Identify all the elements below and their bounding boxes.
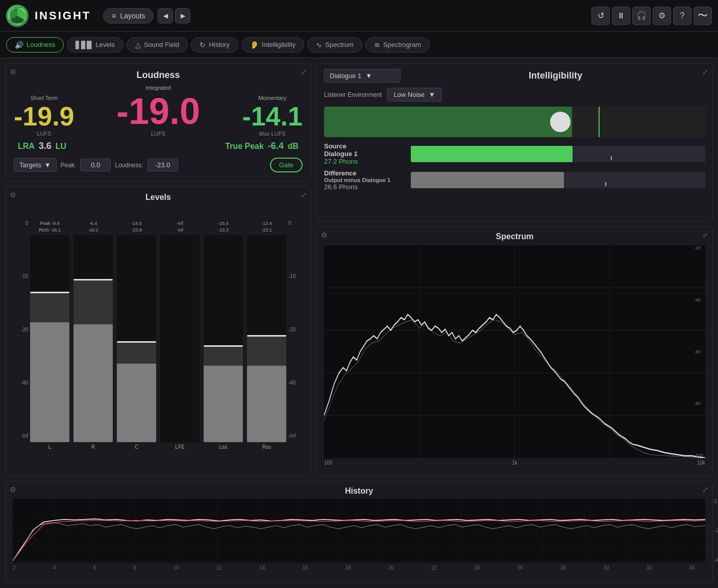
channel-L-label: L [48, 444, 52, 450]
integrated-item: Integrated -19.0 LUFS [116, 85, 200, 137]
pause-icon: ⏸ [617, 11, 625, 20]
targets-dropdown[interactable]: Targets ▼ [14, 158, 57, 172]
settings-button[interactable]: ⚙ [653, 7, 671, 25]
loudness-values: Short Term -19.9 LUFS Integrated -19.0 L… [14, 85, 303, 137]
peak-input[interactable] [80, 159, 111, 171]
history-tab-icon: ↻ [200, 41, 206, 49]
levels-panel: ⚙ ⤢ Levels 0 -10 -20 -40 -Inf [5, 186, 311, 476]
spectrum-chart-container: -20 -40 -60 -80 -100 [324, 245, 705, 458]
loudness-control-label: Loudness: [115, 162, 143, 169]
channel-Lss-info: -15.4 -23.3 [218, 220, 229, 233]
history-y-0: 0 [714, 499, 718, 504]
history-x-labels: 2 4 6 8 10 12 14 16 18 20 22 24 26 28 30… [13, 565, 705, 571]
levels-expand-icon[interactable]: ⤢ [301, 191, 307, 199]
soundfield-tab-icon: △ [135, 41, 141, 49]
tab-intelligibility[interactable]: 👂 Intelligibility [241, 37, 304, 53]
momentary-unit: Max LUFS [242, 131, 303, 137]
history-x-20: 20 [388, 565, 394, 571]
headphone-icon: 🎧 [636, 11, 647, 20]
spectrum-gear-icon[interactable]: ⚙ [321, 231, 328, 239]
levels-scale-right: 0 -10 -20 -40 -Inf [288, 206, 303, 450]
levels-container: 0 -10 -20 -40 -Inf Peak -8.6 RMS -16.1 [14, 206, 303, 450]
channel-C: -14.5 -23.9 C [117, 220, 156, 450]
channel-LFE: -Inf -Inf LFE [160, 220, 200, 450]
true-peak-unit: dB [288, 142, 299, 150]
integrated-value: -19.0 [116, 93, 200, 130]
pause-button[interactable]: ⏸ [612, 7, 630, 25]
listener-row: Listener Environment Low Noise ▼ [324, 88, 705, 101]
loudness-expand-icon[interactable]: ⤢ [301, 68, 307, 76]
layouts-button[interactable]: ≡ Layouts [103, 8, 154, 23]
history-x-2: 2 [13, 565, 16, 571]
tab-spectrum[interactable]: ∿ Spectrum [307, 37, 362, 53]
scale-20: -20 [14, 327, 28, 333]
levels-scale: 0 -10 -20 -40 -Inf [14, 206, 28, 450]
nav-tabs: 🔊 Loudness ▋▊▉ Levels △ Sound Field ↻ Hi… [0, 32, 718, 58]
history-y-40: -40 [714, 557, 718, 563]
tab-loudness[interactable]: 🔊 Loudness [6, 37, 64, 53]
diff-name: Output minus Dialogue 1 [324, 177, 406, 183]
spectrum-label-10k: 10k [697, 460, 705, 466]
source-bar-marker [611, 156, 612, 160]
loudness-gear-icon[interactable]: ⚙ [10, 68, 16, 76]
channel-C-peak: -14.5 [131, 220, 142, 227]
channel-Lss: -15.4 -23.3 Lss [204, 220, 243, 450]
loudness-tab-icon: 🔊 [15, 41, 23, 49]
channel-Lss-bar [204, 235, 243, 442]
tab-spectrogram[interactable]: ≋ Spectrogram [365, 37, 430, 53]
listener-env-label: Listener Environment [324, 91, 382, 98]
history-section: ⚙ ⤢ History [5, 481, 713, 583]
history-x-18: 18 [345, 565, 351, 571]
intelligibility-tab-icon: 👂 [250, 41, 259, 49]
loudness-input[interactable] [147, 159, 178, 171]
diff-value-display: 26.6 Phons [324, 183, 406, 191]
tab-levels[interactable]: ▋▊▉ Levels [67, 37, 123, 53]
short-term-item: Short Term -19.9 LUFS [14, 95, 75, 137]
lra-unit: LU [56, 142, 66, 150]
tab-soundfield[interactable]: △ Sound Field [127, 37, 188, 53]
channel-R-rms: -16.2 [88, 227, 98, 234]
spectrum-tab-label: Spectrum [325, 41, 354, 48]
settings-icon: ⚙ [658, 11, 665, 20]
levels-gear-icon[interactable]: ⚙ [10, 191, 16, 199]
headphone-button[interactable]: 🎧 [632, 7, 651, 25]
channel-L-info: Peak -8.6 RMS -16.1 [39, 220, 61, 233]
short-term-value: -19.9 [14, 103, 75, 130]
intel-expand-icon[interactable]: ⤢ [702, 68, 708, 76]
channel-L-peak: Peak -8.6 [39, 220, 61, 227]
prev-layout-button[interactable]: ◀ [158, 8, 173, 23]
spectrum-title: Spectrum [324, 232, 705, 241]
history-x-30: 30 [603, 565, 609, 571]
short-term-unit: LUFS [14, 131, 75, 137]
levels-bars: Peak -8.6 RMS -16.1 L [30, 206, 286, 450]
diff-info: Difference Output minus Dialogue 1 26.6 … [324, 169, 406, 191]
intelligibility-tab-label: Intelligibility [262, 41, 295, 48]
next-layout-button[interactable]: ▶ [175, 8, 190, 23]
listener-env-dropdown[interactable]: Low Noise ▼ [387, 88, 442, 101]
spectrum-svg [324, 245, 705, 458]
levels-tab-icon: ▋▊▉ [76, 41, 92, 49]
momentary-item: Momentary -14.1 Max LUFS [242, 95, 303, 137]
history-gear-icon[interactable]: ⚙ [10, 485, 16, 494]
channel-LFE-bar [160, 235, 200, 442]
extra-button[interactable]: 〜 [694, 7, 712, 25]
intel-scale-display [324, 107, 705, 137]
history-x-10: 10 [174, 565, 179, 571]
channel-C-label: C [135, 444, 138, 450]
history-expand-icon[interactable]: ⤢ [702, 485, 708, 494]
gate-button[interactable]: Gate [270, 158, 303, 172]
channel-LFE-rms: -Inf [177, 227, 183, 234]
listener-env-value: Low Noise [393, 91, 425, 98]
help-button[interactable]: ? [673, 7, 691, 25]
history-x-24: 24 [475, 565, 480, 571]
source-value: 27.2 Phons [324, 158, 406, 165]
channel-C-bar [117, 235, 156, 442]
refresh-button[interactable]: ↺ [591, 7, 610, 25]
spectrum-expand-icon[interactable]: ⤢ [702, 231, 708, 239]
tab-history[interactable]: ↻ History [191, 37, 238, 53]
source-label: Source [324, 142, 406, 150]
dialogue-dropdown[interactable]: Dialogue 1 ▼ [324, 69, 401, 83]
extra-icon: 〜 [698, 9, 708, 22]
loudness-sub: LRA 3.6 LU True Peak -6.4 dB [14, 141, 303, 151]
history-x-32: 32 [647, 565, 652, 571]
